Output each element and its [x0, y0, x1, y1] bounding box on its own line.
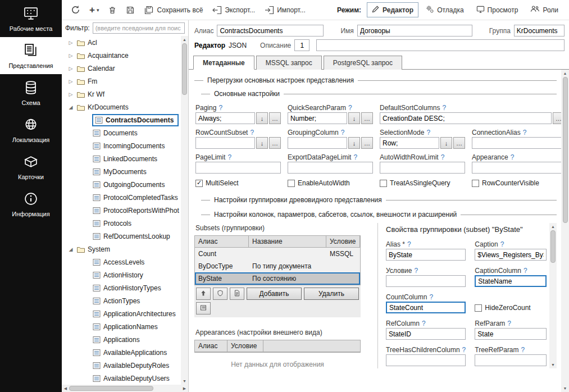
subset-condition-input[interactable] — [386, 275, 466, 287]
scrollbar-thumb[interactable] — [69, 386, 153, 391]
subset-up-button[interactable] — [196, 288, 211, 300]
column-header-alias[interactable]: Алиас — [195, 340, 227, 352]
scroll-up-icon[interactable]: ▲ — [549, 223, 557, 230]
help-link[interactable]: ? — [523, 129, 527, 136]
add-subset-button[interactable]: Добавить — [247, 288, 302, 300]
tree-item[interactable]: AvailableApplications — [64, 346, 180, 359]
import-button[interactable]: Импорт... — [261, 3, 309, 17]
rowcountsubset-ellipsis-button[interactable]: … — [269, 137, 281, 149]
paging-input[interactable] — [195, 112, 255, 124]
tree-item[interactable]: ApplicationNames — [64, 320, 180, 333]
subset-refcolumn-input[interactable] — [386, 328, 466, 340]
tab-postgresql-query[interactable]: PostgreSQL запрос — [324, 56, 402, 70]
tree-item[interactable]: ◢ System — [64, 243, 180, 256]
quicksearchparam-input[interactable] — [288, 112, 347, 124]
tree-item[interactable]: RefDocumentsLookup — [64, 230, 180, 243]
tree-item[interactable]: ▷ Kr Wf — [64, 88, 180, 101]
tree-item[interactable]: Applications — [64, 333, 180, 346]
scrollbar-thumb[interactable] — [550, 230, 556, 263]
help-link[interactable]: ? — [442, 104, 446, 112]
expander-icon[interactable]: ▷ — [67, 53, 74, 58]
enableautowidth-checkbox[interactable] — [288, 180, 295, 187]
subset-row[interactable]: ByDocType По типу документа — [195, 260, 360, 272]
alias-input[interactable] — [217, 25, 324, 37]
help-link[interactable]: ? — [407, 240, 411, 248]
expander-icon[interactable]: ▷ — [67, 66, 74, 71]
tree-item[interactable]: LinkedDocuments — [64, 152, 180, 165]
expander-icon[interactable]: ▷ — [67, 40, 74, 45]
quicksearchparam-dropdown-button[interactable]: ↓ — [348, 112, 360, 124]
description-input[interactable] — [294, 39, 309, 51]
sidebar-item-localization[interactable]: Локализация — [0, 111, 62, 148]
scroll-up-icon[interactable]: ▲ — [181, 36, 188, 43]
subset-shield-button[interactable] — [213, 288, 227, 300]
multiselect-checkbox[interactable] — [195, 180, 203, 187]
refresh-button[interactable] — [67, 2, 84, 17]
help-link[interactable]: ? — [524, 267, 527, 275]
subset-treehaschildrencolumn-input[interactable] — [386, 354, 466, 366]
groupingcolumn-dropdown-button[interactable]: ↓ — [348, 137, 360, 149]
subset-card-button[interactable] — [196, 302, 211, 314]
subset-alias-input[interactable] — [386, 249, 466, 261]
tree-item[interactable]: AvailableDeputyRoles — [64, 359, 180, 372]
tree-item[interactable]: AccessLevels — [64, 256, 180, 268]
tree-item[interactable]: OutgoingDocuments — [64, 178, 180, 191]
scrollbar-thumb[interactable] — [182, 43, 187, 95]
scroll-right-icon[interactable]: ▶ — [181, 385, 188, 392]
appearance-input[interactable] — [472, 162, 565, 174]
selectionmode-dropdown-button[interactable]: ↓ — [440, 137, 452, 149]
column-header-name[interactable]: Название — [249, 236, 326, 247]
quicksearchparam-ellipsis-button[interactable]: … — [361, 112, 373, 124]
treatassinglequery-checkbox[interactable] — [380, 180, 387, 187]
tree-item[interactable]: ContractsDocuments — [64, 113, 180, 126]
help-link[interactable]: ? — [426, 129, 430, 136]
tab-mssql-query[interactable]: MSSQL запрос — [256, 56, 322, 70]
mode-editor-button[interactable]: Редактор — [367, 2, 418, 17]
add-button[interactable]: + ▾ — [86, 4, 102, 16]
mode-debug-button[interactable]: Отладка — [421, 2, 468, 18]
mode-preview-button[interactable]: Просмотр — [471, 2, 524, 18]
filter-input[interactable] — [93, 22, 185, 34]
help-link[interactable]: ? — [341, 129, 345, 136]
tree-item[interactable]: ▷ Acl — [64, 36, 180, 49]
properties-scrollbar[interactable]: ▲ ▼ — [549, 223, 557, 368]
subset-caption-input[interactable] — [475, 249, 547, 261]
column-header-condition[interactable]: Условие — [326, 236, 360, 247]
tree-item[interactable]: ProtocolCompletedTasks — [64, 191, 180, 204]
tree-item[interactable]: Protocols — [64, 217, 180, 230]
scroll-down-icon[interactable]: ▼ — [562, 385, 569, 392]
column-header-alias[interactable]: Алиас — [195, 236, 249, 247]
help-link[interactable]: ? — [462, 346, 466, 354]
groupingcolumn-input[interactable] — [288, 137, 347, 149]
help-link[interactable]: ? — [429, 293, 433, 301]
tree-item[interactable]: Documents — [64, 126, 180, 139]
subset-captioncolumn-input[interactable] — [475, 275, 547, 287]
connectionalias-input[interactable] — [472, 137, 565, 149]
description-long-input[interactable] — [316, 39, 565, 51]
delete-button[interactable] — [104, 3, 120, 17]
scroll-down-icon[interactable]: ▼ — [549, 361, 557, 368]
rowcountervisible-checkbox[interactable] — [472, 180, 479, 187]
delete-subset-button[interactable]: Удалить — [304, 288, 359, 300]
tree-vertical-scrollbar[interactable]: ▲ ▼ — [181, 36, 188, 385]
tree-item[interactable]: ActionHistoryTypes — [64, 281, 180, 294]
help-link[interactable]: ? — [353, 153, 357, 161]
sidebar-item-information[interactable]: Информация — [0, 185, 62, 222]
subset-page-button[interactable] — [230, 288, 244, 300]
rowcountsubset-dropdown-button[interactable]: ↓ — [256, 137, 268, 149]
help-link[interactable]: ? — [511, 153, 515, 161]
column-header-condition[interactable]: Условие — [227, 340, 263, 352]
subset-countcolumn-input[interactable] — [386, 302, 466, 313]
tree-item[interactable]: IncomingDocuments — [64, 139, 180, 152]
sidebar-item-cards[interactable]: Карточки — [0, 148, 62, 185]
help-link[interactable]: ? — [507, 320, 511, 327]
paging-ellipsis-button[interactable]: … — [269, 112, 281, 124]
help-link[interactable]: ? — [521, 346, 525, 354]
help-link[interactable]: ? — [227, 153, 231, 161]
subset-refparam-input[interactable] — [475, 328, 547, 340]
pagelimit-input[interactable] — [195, 162, 281, 174]
sidebar-item-workplaces[interactable]: Рабочие места — [0, 0, 62, 37]
defaultsortcolumns-input[interactable] — [380, 112, 552, 124]
rowcountsubset-input[interactable] — [195, 137, 255, 149]
scrollbar-thumb[interactable] — [563, 77, 568, 223]
